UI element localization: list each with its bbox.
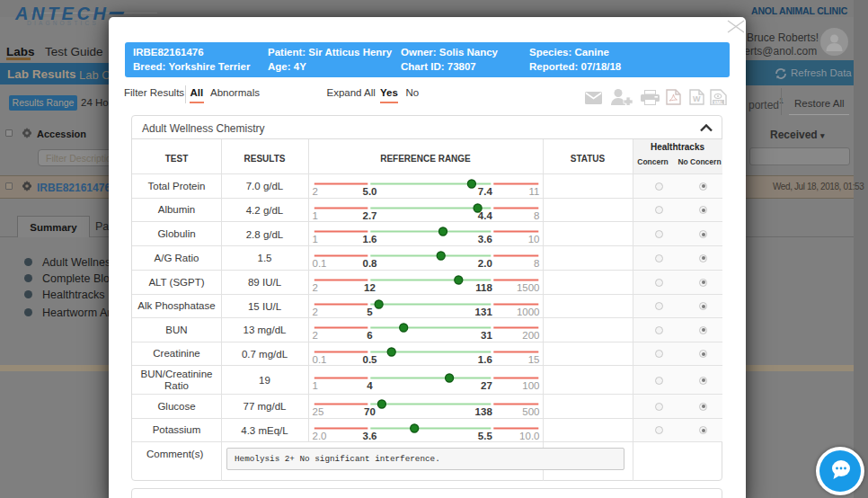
svg-text:12: 12 <box>364 281 376 292</box>
svg-text:1: 1 <box>313 379 318 390</box>
svg-text:6: 6 <box>367 330 372 341</box>
svg-text:100: 100 <box>522 379 539 390</box>
svg-text:27: 27 <box>481 379 492 390</box>
svg-text:10: 10 <box>528 234 540 245</box>
svg-text:5: 5 <box>367 306 373 316</box>
svg-text:500: 500 <box>522 406 539 417</box>
svg-text:1.6: 1.6 <box>478 353 492 364</box>
svg-text:31: 31 <box>481 330 492 341</box>
svg-text:W: W <box>693 94 701 103</box>
svg-text:131: 131 <box>475 306 493 316</box>
svg-text:2.0: 2.0 <box>478 258 492 269</box>
svg-text:15: 15 <box>528 353 540 364</box>
svg-text:1500: 1500 <box>517 281 540 292</box>
svg-text:10.0: 10.0 <box>519 430 539 440</box>
svg-text:2: 2 <box>313 306 318 316</box>
svg-text:2: 2 <box>313 281 318 292</box>
svg-text:4: 4 <box>367 379 373 390</box>
svg-text:2: 2 <box>313 185 318 196</box>
svg-text:5.0: 5.0 <box>363 185 377 196</box>
svg-text:XML: XML <box>713 100 723 105</box>
svg-text:2.7: 2.7 <box>363 209 377 220</box>
svg-text:8: 8 <box>534 209 539 220</box>
svg-text:0.1: 0.1 <box>313 258 327 269</box>
svg-text:25: 25 <box>313 406 324 417</box>
svg-text:0.1: 0.1 <box>313 353 327 364</box>
svg-text:0.5: 0.5 <box>363 353 378 364</box>
svg-text:0.8: 0.8 <box>363 258 378 269</box>
svg-text:2: 2 <box>313 330 318 341</box>
svg-text:2.0: 2.0 <box>313 430 327 440</box>
svg-text:5.5: 5.5 <box>478 430 493 440</box>
svg-text:1.6: 1.6 <box>363 234 377 245</box>
svg-text:200: 200 <box>522 330 539 341</box>
svg-text:3.6: 3.6 <box>363 430 377 440</box>
svg-text:8: 8 <box>534 258 539 269</box>
svg-text:138: 138 <box>475 406 493 417</box>
svg-text:3.6: 3.6 <box>478 234 492 245</box>
svg-text:11: 11 <box>529 185 540 196</box>
svg-text:1000: 1000 <box>517 306 540 316</box>
svg-text:7.4: 7.4 <box>478 185 493 196</box>
svg-text:4.4: 4.4 <box>478 209 493 220</box>
svg-text:118: 118 <box>475 281 492 292</box>
svg-text:70: 70 <box>364 406 376 417</box>
svg-text:1: 1 <box>313 234 318 245</box>
svg-text:1: 1 <box>313 209 318 220</box>
